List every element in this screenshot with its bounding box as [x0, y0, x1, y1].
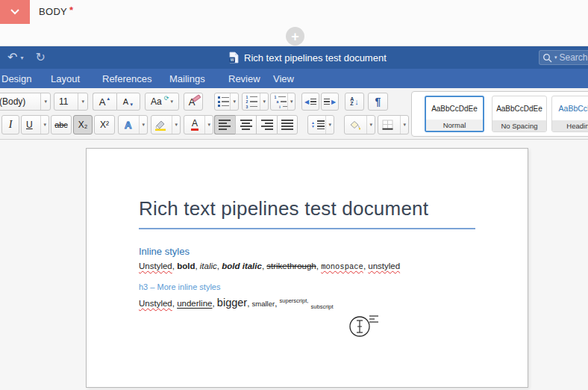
- style-label: No Spacing: [492, 120, 546, 131]
- text-run: Unstyled: [139, 299, 172, 308]
- body-tag-button[interactable]: [0, 0, 30, 24]
- font-size-select[interactable]: 11 ▾: [54, 93, 88, 111]
- change-case-caret-icon: ▾: [170, 99, 173, 105]
- italic-button[interactable]: I: [1, 115, 19, 134]
- ribbon: (Body) ▾ 11 ▾ A ▲ A ▼ Aa ⟳ ▾ A: [0, 88, 588, 140]
- text-run: bigger: [217, 297, 247, 309]
- text-run: strikethrough: [266, 261, 316, 270]
- line-spacing-icon: ▲▼: [311, 120, 325, 129]
- highlight-caret-icon[interactable]: ▾: [172, 116, 180, 134]
- word-document-icon: w: [229, 52, 239, 64]
- text-run: Unstyled: [139, 261, 172, 270]
- doc-heading3[interactable]: h3 – More inline styles: [139, 282, 475, 291]
- tab-references[interactable]: References: [102, 69, 151, 88]
- multilevel-list-caret-icon[interactable]: ▾: [287, 93, 295, 110]
- document-page[interactable]: Rich text pipelines test document Inline…: [86, 148, 528, 388]
- font-color-caret-icon[interactable]: ▾: [204, 116, 213, 134]
- highlighter-icon: [154, 119, 166, 131]
- line-spacing-button[interactable]: ▲▼ ▾: [307, 115, 334, 134]
- underline-caret-icon[interactable]: ▾: [40, 116, 49, 134]
- tab-review[interactable]: Review: [228, 69, 260, 88]
- text-run: bold: [177, 261, 195, 270]
- search-scope-caret-icon: ▾: [554, 55, 557, 61]
- svg-text:w: w: [230, 57, 234, 62]
- top-strip: BODY * +: [0, 0, 588, 46]
- unsaved-indicator: *: [69, 4, 73, 16]
- doc-line1[interactable]: Unstyled, bold, italic, bold italic, str…: [139, 261, 475, 273]
- strikethrough-button[interactable]: abc: [51, 115, 72, 134]
- borders-button[interactable]: ▾: [378, 115, 409, 134]
- ribbon-tab-bar: Design Layout References Mailings Review…: [0, 69, 588, 88]
- underline-button[interactable]: U ▾: [21, 115, 49, 134]
- paint-bucket-icon: [348, 120, 361, 131]
- window-title: w Rich text pipelines test document: [229, 46, 387, 69]
- tab-design[interactable]: Design: [1, 69, 31, 88]
- tab-layout[interactable]: Layout: [51, 69, 80, 88]
- undo-icon[interactable]: ↶: [7, 52, 17, 64]
- borders-grid-icon: [382, 120, 393, 130]
- borders-caret-icon[interactable]: ▾: [400, 116, 408, 134]
- line-spacing-caret-icon[interactable]: ▾: [325, 116, 334, 134]
- search-placeholder: Search: [560, 52, 588, 63]
- style-heading-1[interactable]: AaBbCcDdEe Heading 1: [551, 96, 588, 132]
- search-box[interactable]: ▾ Search: [539, 50, 588, 65]
- doc-heading2[interactable]: Inline styles: [139, 246, 475, 257]
- decrease-indent-button[interactable]: ◀: [301, 93, 319, 111]
- increase-indent-button[interactable]: ▶: [321, 93, 339, 111]
- sort-button[interactable]: AZ ↓: [345, 93, 364, 111]
- redo-icon[interactable]: ↻: [35, 52, 45, 64]
- superscript-button[interactable]: X²: [94, 115, 115, 134]
- numbered-list-icon: 1 2 3: [245, 96, 257, 108]
- tab-view[interactable]: View: [273, 69, 294, 88]
- bullet-list-caret-icon[interactable]: ▾: [230, 93, 238, 110]
- alignment-group: [214, 115, 298, 134]
- style-no-spacing[interactable]: AaBbCcDdEe No Spacing: [492, 96, 547, 132]
- bullet-list-button[interactable]: ▾: [214, 93, 239, 111]
- tab-mailings[interactable]: Mailings: [169, 69, 205, 88]
- bullet-list-icon: [218, 96, 229, 107]
- text-run: superscript,: [280, 297, 309, 304]
- multilevel-list-button[interactable]: 1 a i ▾: [270, 93, 295, 111]
- app-window: BODY * + ↶ ▾ ↻ w Rich text pipelines tes…: [0, 0, 588, 390]
- numbered-list-button[interactable]: 1 2 3 ▾: [242, 93, 269, 111]
- font-size-pair: A ▲ A ▼: [93, 93, 140, 111]
- doc-title-text[interactable]: Rich text pipelines test document: [139, 196, 475, 229]
- arrow-right-icon: ▶: [331, 99, 336, 105]
- shrink-font-button[interactable]: A ▼: [116, 93, 140, 111]
- align-right-button[interactable]: [256, 115, 277, 134]
- change-case-button[interactable]: Aa ⟳ ▾: [145, 93, 179, 111]
- text-effects-caret-icon[interactable]: ▾: [139, 116, 147, 134]
- style-normal[interactable]: AaBbCcDdEe Normal: [425, 96, 484, 132]
- text-effects-button[interactable]: A ▾: [118, 115, 148, 134]
- numbered-list-caret-icon[interactable]: ▾: [260, 93, 268, 110]
- align-center-button[interactable]: [235, 115, 256, 134]
- text-effects-a-icon: A: [125, 120, 131, 131]
- shading-caret-icon[interactable]: ▾: [366, 116, 375, 134]
- add-button[interactable]: +: [286, 27, 304, 46]
- subscript-button[interactable]: X₂: [73, 115, 93, 134]
- highlight-button[interactable]: ▾: [151, 115, 181, 134]
- doc-line2[interactable]: Unstyled, underline, bigger, smaller, su…: [139, 295, 475, 312]
- font-name-caret-icon: ▾: [40, 93, 50, 110]
- document-title: Rich text pipelines test document: [244, 52, 387, 64]
- show-paragraph-marks-button[interactable]: ¶: [368, 93, 388, 111]
- pilcrow-icon: ¶: [375, 96, 381, 108]
- shading-button[interactable]: ▾: [344, 115, 375, 134]
- style-label: Heading 1: [552, 120, 588, 131]
- font-color-button[interactable]: A ▾: [184, 115, 213, 134]
- title-bar: ↶ ▾ ↻ w Rich text pipelines test documen…: [0, 46, 588, 69]
- font-name-select[interactable]: (Body) ▾: [0, 93, 51, 111]
- text-run: italic: [200, 261, 217, 270]
- quick-access-toolbar: ↶ ▾ ↻: [7, 46, 46, 69]
- align-left-button[interactable]: [214, 115, 235, 134]
- justify-button[interactable]: [277, 115, 298, 134]
- triangle-up-icon: ▲: [106, 96, 110, 101]
- clear-formatting-button[interactable]: A: [184, 93, 203, 111]
- document-canvas: Rich text pipelines test document Inline…: [0, 140, 588, 390]
- body-tag-label: BODY: [39, 6, 67, 17]
- undo-dropdown-icon[interactable]: ▾: [20, 55, 23, 61]
- text-run: unstyled: [368, 261, 400, 270]
- grow-font-button[interactable]: A ▲: [93, 93, 116, 111]
- style-label: Normal: [426, 120, 483, 131]
- sort-az-icon: AZ: [350, 97, 354, 107]
